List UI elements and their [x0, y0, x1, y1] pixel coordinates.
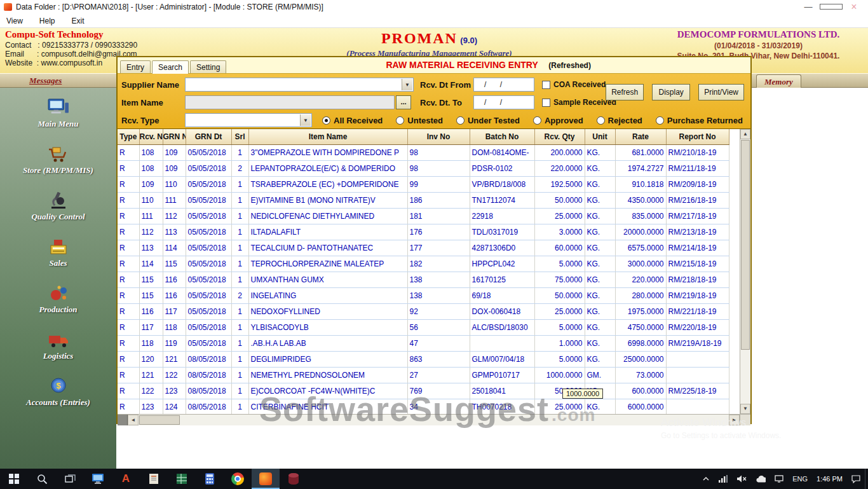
volume-status[interactable]	[732, 469, 751, 489]
taskbar-app-chrome[interactable]	[224, 469, 252, 489]
scroll-left-arrow[interactable]: ◄	[128, 415, 139, 425]
radio-under-tested[interactable]: Under Tested	[456, 116, 520, 125]
display-tray[interactable]	[770, 469, 788, 489]
task-view-button[interactable]	[56, 469, 84, 489]
cell: 05/05/2018	[186, 256, 231, 272]
taskbar-app-database[interactable]	[280, 469, 308, 489]
radio-rejected[interactable]: Rejected	[597, 116, 642, 125]
column-header-rcv-n[interactable]: Rcv. N	[139, 129, 163, 144]
table-row[interactable]: R10810905/05/20182LEPANTOPRAZOLE(E/C) & …	[118, 160, 729, 176]
column-header-rate[interactable]: Rate	[615, 129, 666, 144]
close-button[interactable]: ×	[843, 0, 865, 14]
table-row[interactable]: R11211305/05/20181ILTADALAFILT176TDL/031…	[118, 224, 729, 240]
print-view-button[interactable]: Print/View	[698, 84, 744, 100]
menu-exit[interactable]: Exit	[71, 17, 84, 25]
sidebar-item-logistics[interactable]: Logistics	[0, 330, 116, 361]
horizontal-scroll-thumb[interactable]	[139, 415, 180, 425]
table-row[interactable]: R11411505/05/20181TEPROCHLORPERAZINE MAL…	[118, 256, 729, 272]
column-header-unit[interactable]: Unit	[585, 129, 615, 144]
scroll-down-arrow[interactable]: ▼	[740, 404, 750, 414]
table-row[interactable]: R11711805/05/20181YLBISACODYLB56ALC/BSD/…	[118, 319, 729, 335]
table-row[interactable]: R12212308/05/20181E)COLORCOAT -FC4W-N(WH…	[118, 383, 729, 399]
column-header-batch-no[interactable]: Batch No	[470, 129, 534, 144]
table-row[interactable]: R11311405/05/20181TECALCIUM D- PANTOTHAN…	[118, 240, 729, 256]
date-from-input[interactable]: / /	[473, 78, 534, 92]
column-header-type[interactable]: Type	[118, 129, 139, 144]
taskbar-app-monitor[interactable]	[84, 469, 112, 489]
radio-approved[interactable]: Approved	[533, 116, 583, 125]
radio-purchase-returned[interactable]: Purchase Returned	[656, 116, 743, 125]
column-header-grn-dt[interactable]: GRN Dt	[186, 129, 231, 144]
taskbar-app-notes[interactable]	[140, 469, 168, 489]
cell: 25000.0000	[615, 351, 666, 367]
column-header-inv-no[interactable]: Inv No	[407, 129, 470, 144]
table-row[interactable]: R11011105/05/20181E)VITAMINE B1 (MONO NI…	[118, 192, 729, 208]
refresh-button[interactable]: Refresh	[606, 84, 644, 100]
horizontal-scroll-track[interactable]	[180, 415, 729, 425]
sidebar-item-production[interactable]: Production	[0, 284, 116, 315]
column-header-report-no[interactable]: Report No	[666, 129, 729, 144]
item-name-input[interactable]	[185, 95, 395, 109]
table-row[interactable]: R10911005/05/20181TSRABEPRAZOLE (EC) +DO…	[118, 176, 729, 192]
messages-link[interactable]: Messages	[29, 76, 62, 86]
column-header-item-name[interactable]: Item Name	[248, 129, 407, 144]
start-button[interactable]	[0, 469, 28, 489]
language-indicator[interactable]: ENG	[788, 469, 812, 489]
cell: 113	[163, 224, 186, 240]
action-center-button[interactable]	[847, 469, 865, 489]
tab-setting[interactable]: Setting	[190, 60, 226, 73]
chevron-down-icon[interactable]: ▼	[402, 79, 412, 90]
sidebar-item-sales[interactable]: Sales	[0, 237, 116, 268]
table-row[interactable]: R11811905/05/20181.AB.H.A LAB.AB471.0000…	[118, 335, 729, 351]
chevron-down-icon[interactable]: ▼	[300, 114, 311, 126]
show-desktop-button[interactable]	[865, 469, 868, 489]
tab-search[interactable]: Search	[152, 60, 189, 74]
taskbar-app-grid[interactable]	[168, 469, 196, 489]
browse-items-button[interactable]: ...	[396, 95, 411, 109]
radio-all-received[interactable]: All Received	[322, 116, 383, 125]
column-header-rcv-qty[interactable]: Rcv. Qty	[534, 129, 585, 144]
maximize-button[interactable]	[820, 0, 843, 14]
scroll-up-arrow[interactable]: ▲	[740, 129, 750, 139]
taskbar-app-proman-active[interactable]	[252, 469, 280, 489]
taskbar-search-button[interactable]	[28, 469, 56, 489]
cell: 123	[139, 399, 163, 414]
sidebar-item-main-menu[interactable]: Main Menu	[0, 98, 116, 129]
table-row[interactable]: R11111205/05/20181NEDICLOFENAC DIETHYLAM…	[118, 208, 729, 224]
minimize-button[interactable]: —	[797, 0, 820, 14]
cell: 1	[231, 176, 248, 192]
vertical-scrollbar[interactable]: ▲ ▼	[740, 129, 750, 414]
menu-view[interactable]: View	[6, 17, 23, 25]
scroll-right-arrow[interactable]: ►	[729, 415, 740, 425]
column-header-grn-n[interactable]: GRN N	[163, 129, 186, 144]
memory-tab[interactable]: Memory	[756, 74, 801, 88]
sidebar-item-store[interactable]: Store (RM/PM/MIS)	[0, 144, 116, 176]
sidebar-item-accounts[interactable]: $ Accounts (Entries)	[0, 376, 116, 408]
table-row[interactable]: R12112208/05/20181NEMETHYL PREDNOSOLONEM…	[118, 367, 729, 383]
table-row[interactable]: R12312408/05/20181CITERBINAFINE HCIT34TH…	[118, 399, 729, 414]
table-row[interactable]: R11611705/05/20181NEDOXOFYLLINED92DOX-00…	[118, 303, 729, 319]
sidebar-item-quality-control[interactable]: Quality Control	[0, 191, 116, 222]
hidden-icons-chevron[interactable]	[698, 469, 714, 489]
table-row[interactable]: R10810905/05/201813"OMEPRAZOLE WITH DOMP…	[118, 144, 729, 160]
menu-help[interactable]: Help	[39, 17, 55, 25]
vertical-scroll-thumb[interactable]	[741, 140, 750, 350]
radio-untested[interactable]: Untested	[396, 116, 443, 125]
date-to-input[interactable]: / /	[473, 95, 534, 109]
table-row[interactable]: R11511605/05/20182INGELATING13869/1850.0…	[118, 287, 729, 303]
table-row[interactable]: R11511605/05/20181UMXANTHAN GUMX13816170…	[118, 272, 729, 287]
coa-received-checkbox[interactable]: COA Received	[542, 80, 606, 89]
onedrive-status[interactable]	[751, 469, 770, 489]
supplier-name-select[interactable]: ▼	[185, 78, 414, 92]
tab-entry[interactable]: Entry	[120, 60, 151, 73]
display-button[interactable]: Display	[652, 84, 690, 100]
column-header-srl[interactable]: Srl	[231, 129, 248, 144]
taskbar-app-letter-a[interactable]: A	[112, 469, 140, 489]
horizontal-scrollbar[interactable]: ◄ ►	[118, 414, 750, 425]
table-row[interactable]: R12012108/05/20181DEGLIMIPRIDEG863GLM/00…	[118, 351, 729, 367]
clock[interactable]: 1:46 PM	[812, 469, 847, 489]
taskbar-app-calculator[interactable]	[196, 469, 224, 489]
rcv-type-select[interactable]: ▼	[185, 113, 312, 127]
network-status[interactable]	[714, 469, 732, 489]
vertical-scroll-track[interactable]	[740, 139, 750, 404]
